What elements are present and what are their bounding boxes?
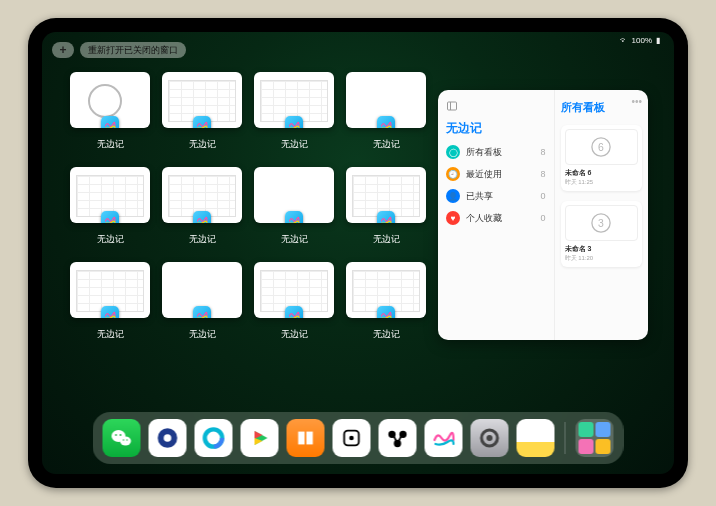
window-label: 无边记 xyxy=(281,328,308,341)
svg-text:6: 6 xyxy=(598,142,604,153)
board-time: 昨天 11:25 xyxy=(565,178,639,187)
category-list: ◯ 所有看板 8🕘 最近使用 8👤 已共享 0♥ 个人收藏 0 xyxy=(446,145,546,225)
window-label: 无边记 xyxy=(281,138,308,151)
svg-point-10 xyxy=(123,439,125,441)
screen: ᯤ 100% ▮ + 重新打开已关闭的窗口 无边记无边记无边记无边记无边记无边记… xyxy=(42,32,674,474)
window-tile[interactable]: 无边记 xyxy=(254,167,334,246)
window-thumbnail xyxy=(346,262,426,318)
category-item[interactable]: ◯ 所有看板 8 xyxy=(446,145,546,159)
svg-point-9 xyxy=(120,434,122,436)
category-item[interactable]: 🕘 最近使用 8 xyxy=(446,167,546,181)
new-window-button[interactable]: + xyxy=(52,42,74,58)
window-tile[interactable]: 无边记 xyxy=(346,72,426,151)
app-badge-icon xyxy=(193,116,211,128)
window-tile[interactable]: 无边记 xyxy=(70,167,150,246)
svg-line-24 xyxy=(394,436,397,442)
board-name: 未命名 6 xyxy=(565,168,639,178)
category-count: 0 xyxy=(540,213,545,223)
dock-settings-icon[interactable] xyxy=(471,419,509,457)
window-label: 无边记 xyxy=(189,328,216,341)
dock-connect-icon[interactable] xyxy=(379,419,417,457)
panel-right: ••• 所有看板 6 未命名 6 昨天 11:25 3 未命名 3 昨天 11:… xyxy=(554,90,649,340)
category-count: 8 xyxy=(540,169,545,179)
window-thumbnail xyxy=(254,72,334,128)
svg-point-11 xyxy=(126,439,128,441)
window-tile[interactable]: 无边记 xyxy=(346,262,426,341)
dock-notes-icon[interactable] xyxy=(517,419,555,457)
dock-browser1-icon[interactable] xyxy=(149,419,187,457)
window-thumbnail xyxy=(346,167,426,223)
window-thumbnail xyxy=(162,72,242,128)
heart-icon: ♥ xyxy=(446,211,460,225)
window-label: 无边记 xyxy=(97,328,124,341)
window-tile[interactable]: 无边记 xyxy=(70,262,150,341)
app-badge-icon xyxy=(285,116,303,128)
clock-icon: 🕘 xyxy=(446,167,460,181)
dock-books-icon[interactable] xyxy=(287,419,325,457)
sidebar-panel: 无边记 ◯ 所有看板 8🕘 最近使用 8👤 已共享 0♥ 个人收藏 0 ••• … xyxy=(438,90,648,340)
app-badge-icon xyxy=(377,306,395,318)
window-tile[interactable]: 无边记 xyxy=(70,72,150,151)
category-label: 最近使用 xyxy=(466,168,534,181)
window-tile[interactable]: 无边记 xyxy=(162,262,242,341)
dock-freeform-icon[interactable] xyxy=(425,419,463,457)
app-badge-icon xyxy=(377,211,395,223)
svg-point-27 xyxy=(487,435,493,441)
category-label: 个人收藏 xyxy=(466,212,534,225)
dock-browser2-icon[interactable] xyxy=(195,419,233,457)
app-badge-icon xyxy=(193,306,211,318)
window-thumbnail xyxy=(70,262,150,318)
window-label: 无边记 xyxy=(373,138,400,151)
top-controls: + 重新打开已关闭的窗口 xyxy=(52,42,186,58)
window-tile[interactable]: 无边记 xyxy=(162,167,242,246)
svg-point-20 xyxy=(349,436,354,441)
dock-wechat-icon[interactable] xyxy=(103,419,141,457)
app-badge-icon xyxy=(193,211,211,223)
reopen-closed-button[interactable]: 重新打开已关闭的窗口 xyxy=(80,42,186,58)
window-label: 无边记 xyxy=(373,328,400,341)
window-label: 无边记 xyxy=(373,233,400,246)
category-label: 已共享 xyxy=(466,190,534,203)
panel-header xyxy=(446,100,546,112)
window-label: 无边记 xyxy=(281,233,308,246)
category-item[interactable]: ♥ 个人收藏 0 xyxy=(446,211,546,225)
board-list: 6 未命名 6 昨天 11:25 3 未命名 3 昨天 11:20 xyxy=(561,125,643,267)
battery-icon: ▮ xyxy=(656,36,660,45)
board-card[interactable]: 3 未命名 3 昨天 11:20 xyxy=(561,201,643,267)
app-badge-icon xyxy=(285,211,303,223)
window-tile[interactable]: 无边记 xyxy=(162,72,242,151)
dock-play-icon[interactable] xyxy=(241,419,279,457)
svg-rect-0 xyxy=(448,102,457,110)
window-grid: 无边记无边记无边记无边记无边记无边记无边记无边记无边记无边记无边记无边记 xyxy=(70,72,430,341)
app-badge-icon xyxy=(377,116,395,128)
window-thumbnail xyxy=(254,167,334,223)
window-tile[interactable]: 无边记 xyxy=(254,72,334,151)
person-icon: 👤 xyxy=(446,189,460,203)
dock-recent-group[interactable] xyxy=(576,419,614,457)
svg-point-13 xyxy=(164,434,172,442)
window-thumbnail xyxy=(254,262,334,318)
dock-dice-icon[interactable] xyxy=(333,419,371,457)
window-label: 无边记 xyxy=(97,233,124,246)
app-badge-icon xyxy=(285,306,303,318)
panel-left: 无边记 ◯ 所有看板 8🕘 最近使用 8👤 已共享 0♥ 个人收藏 0 xyxy=(438,90,554,340)
panel-title: 无边记 xyxy=(446,120,546,137)
window-tile[interactable]: 无边记 xyxy=(254,262,334,341)
svg-point-8 xyxy=(115,434,117,436)
window-label: 无边记 xyxy=(189,138,216,151)
category-item[interactable]: 👤 已共享 0 xyxy=(446,189,546,203)
board-thumbnail: 6 xyxy=(565,129,639,165)
board-thumbnail: 3 xyxy=(565,205,639,241)
window-thumbnail xyxy=(346,72,426,128)
window-tile[interactable]: 无边记 xyxy=(346,167,426,246)
dock xyxy=(93,412,624,464)
window-thumbnail xyxy=(162,167,242,223)
window-label: 无边记 xyxy=(189,233,216,246)
battery-text: 100% xyxy=(632,36,652,45)
board-card[interactable]: 6 未命名 6 昨天 11:25 xyxy=(561,125,643,191)
category-count: 0 xyxy=(540,191,545,201)
panel-right-title: 所有看板 xyxy=(561,100,643,115)
more-icon[interactable]: ••• xyxy=(631,96,642,107)
window-label: 无边记 xyxy=(97,138,124,151)
ipad-frame: ᯤ 100% ▮ + 重新打开已关闭的窗口 无边记无边记无边记无边记无边记无边记… xyxy=(28,18,688,488)
